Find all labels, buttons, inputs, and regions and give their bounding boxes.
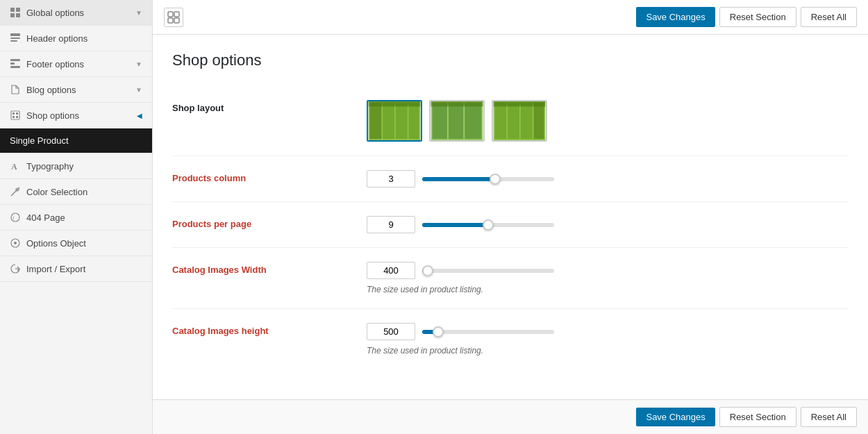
field-row-catalog-images-height: Catalog Images height The size used in p…	[172, 309, 849, 369]
options-icon	[10, 237, 21, 249]
sidebar-label-import-export: Import / Export	[26, 264, 85, 274]
grid-icon	[10, 7, 21, 18]
field-label-products-per-page: Products per page	[172, 216, 353, 229]
field-control-products-per-page	[367, 216, 849, 233]
reset-section-button-top[interactable]: Reset Section	[719, 7, 796, 27]
slider-thumb[interactable]	[483, 219, 494, 231]
slider-row-catalog-images-width	[367, 262, 849, 279]
svg-rect-1	[16, 8, 20, 12]
products-column-slider[interactable]	[422, 172, 554, 186]
svg-rect-24	[174, 12, 179, 17]
slider-thumb[interactable]	[490, 174, 501, 185]
layout-thumb-2[interactable]	[429, 100, 485, 142]
field-row-products-per-page: Products per page	[172, 202, 849, 248]
sidebar: Global options ▼ Header options	[0, 0, 153, 434]
products-column-input[interactable]	[367, 170, 415, 187]
svg-rect-32	[369, 101, 421, 106]
sidebar-item-import-export[interactable]: Import / Export	[0, 256, 152, 282]
save-changes-button-bottom[interactable]: Save Changes	[636, 408, 715, 426]
sidebar-label-options-object: Options Object	[26, 238, 86, 249]
sidebar-label-single-product: Single Product	[10, 135, 69, 146]
grid-view-icon[interactable]	[164, 8, 183, 27]
sidebar-label-header: Header options	[26, 33, 87, 44]
sidebar-item-color-selection[interactable]: Color Selection	[0, 179, 152, 205]
svg-rect-34	[433, 103, 447, 139]
page-title: Shop options	[172, 51, 849, 69]
svg-rect-0	[10, 8, 15, 12]
main-panel: Save Changes Reset Section Reset All Sho…	[153, 0, 868, 434]
svg-text:A: A	[11, 162, 17, 171]
sidebar-label-404: 404 Page	[26, 212, 65, 223]
svg-rect-9	[10, 66, 20, 68]
svg-rect-10	[11, 111, 19, 119]
reset-all-button-bottom[interactable]: Reset All	[801, 407, 857, 427]
catalog-height-input[interactable]	[367, 323, 415, 340]
catalog-width-input[interactable]	[367, 262, 415, 279]
field-label-catalog-images-width: Catalog Images Width	[172, 262, 353, 275]
svg-rect-2	[10, 13, 15, 17]
sidebar-item-header-options[interactable]: Header options	[0, 26, 152, 51]
slider-thumb[interactable]	[422, 265, 433, 276]
sidebar-item-typography[interactable]: A Typography	[0, 153, 152, 179]
main-header: Save Changes Reset Section Reset All	[153, 0, 868, 35]
field-control-catalog-images-height: The size used in product listing.	[367, 323, 849, 356]
footer-icon	[10, 58, 21, 69]
field-control-shop-layout	[367, 100, 849, 142]
svg-rect-12	[16, 112, 18, 115]
svg-rect-30	[396, 103, 408, 139]
svg-rect-35	[449, 103, 463, 139]
sidebar-label-global: Global options	[26, 8, 84, 18]
sidebar-item-footer-options[interactable]: Footer options ▼	[0, 51, 152, 77]
sidebar-item-global-options[interactable]: Global options ▼	[0, 0, 152, 26]
svg-rect-26	[174, 18, 179, 23]
slider-thumb[interactable]	[433, 326, 444, 337]
svg-rect-37	[431, 101, 483, 106]
layout-thumb-1[interactable]	[367, 100, 422, 142]
catalog-width-slider[interactable]	[422, 264, 554, 278]
sidebar-item-shop-options[interactable]: Shop options ◀	[0, 103, 152, 128]
layout-thumb-3[interactable]	[492, 100, 547, 142]
color-icon	[10, 186, 21, 197]
svg-rect-13	[12, 116, 15, 118]
field-control-products-column	[367, 170, 849, 187]
slider-row-products-per-page	[367, 216, 849, 233]
svg-rect-8	[10, 62, 15, 65]
svg-point-21	[14, 242, 17, 244]
main-content: Shop options Shop layout	[153, 35, 868, 399]
header-icon	[10, 33, 21, 44]
save-changes-button-top[interactable]: Save Changes	[636, 7, 715, 27]
reset-section-button-bottom[interactable]: Reset Section	[719, 407, 796, 427]
sidebar-item-404[interactable]: i 404 Page	[0, 205, 152, 231]
svg-rect-36	[465, 103, 481, 139]
svg-rect-40	[508, 103, 519, 139]
svg-rect-23	[168, 12, 173, 17]
catalog-height-hint: The size used in product listing.	[367, 346, 849, 356]
blog-icon	[10, 84, 21, 95]
sidebar-item-options-object[interactable]: Options Object	[0, 231, 152, 256]
sidebar-label-shop: Shop options	[26, 110, 79, 121]
products-per-page-input[interactable]	[367, 216, 415, 233]
import-icon	[10, 263, 21, 274]
svg-text:i: i	[13, 215, 15, 220]
svg-rect-41	[521, 103, 533, 139]
products-per-page-slider[interactable]	[422, 218, 554, 232]
typography-icon: A	[10, 160, 21, 172]
sidebar-item-blog-options[interactable]: Blog options ▼	[0, 77, 152, 103]
svg-rect-29	[383, 103, 394, 139]
chevron-icon-left: ◀	[137, 112, 142, 119]
chevron-down-icon: ▼	[135, 9, 142, 17]
svg-rect-6	[10, 40, 17, 42]
app-container: Global options ▼ Header options	[0, 0, 868, 434]
reset-all-button-top[interactable]: Reset All	[801, 7, 857, 27]
field-control-catalog-images-width: The size used in product listing.	[367, 262, 849, 294]
svg-rect-25	[168, 18, 173, 23]
svg-rect-11	[12, 112, 15, 115]
svg-rect-4	[10, 33, 20, 36]
catalog-height-slider[interactable]	[422, 325, 554, 339]
slider-row-products-column	[367, 170, 849, 187]
svg-rect-39	[495, 103, 507, 139]
field-row-catalog-images-width: Catalog Images Width The size used in pr…	[172, 248, 849, 309]
svg-rect-28	[370, 103, 382, 139]
sidebar-item-single-product[interactable]: Single Product	[0, 128, 152, 153]
sidebar-label-typography: Typography	[26, 161, 74, 172]
